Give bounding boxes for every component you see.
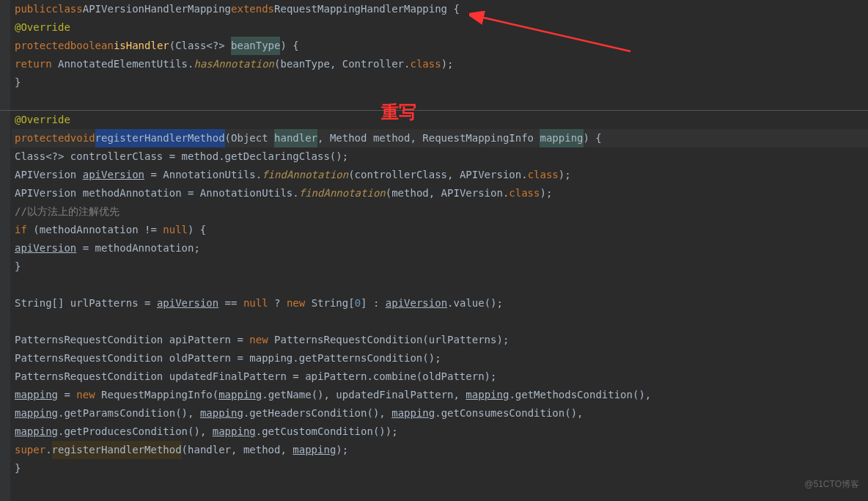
code-line[interactable]: protected boolean isHandler(Class<?> bea… bbox=[12, 37, 868, 55]
code-line[interactable]: mapping.getParamsCondition(), mapping.ge… bbox=[12, 404, 868, 423]
code-line[interactable]: String[] urlPatterns = apiVersion == nul… bbox=[12, 294, 868, 312]
code-line[interactable]: PatternsRequestCondition updatedFinalPat… bbox=[12, 367, 868, 386]
code-line[interactable]: } bbox=[12, 459, 868, 478]
code-line[interactable]: APIVersion methodAnnotation = Annotation… bbox=[12, 184, 868, 202]
code-line[interactable]: @Override bbox=[12, 111, 868, 129]
code-line[interactable]: mapping = new RequestMappingInfo(mapping… bbox=[12, 386, 868, 404]
code-line[interactable]: return AnnotatedElementUtils.hasAnnotati… bbox=[12, 55, 868, 73]
code-line[interactable]: super.registerHandlerMethod(handler, met… bbox=[12, 441, 868, 459]
code-line[interactable]: APIVersion apiVersion = AnnotationUtils.… bbox=[12, 166, 868, 184]
code-editor[interactable]: public class APIVersionHandlerMapping ex… bbox=[0, 0, 868, 478]
code-line[interactable]: if (methodAnnotation != null) { bbox=[12, 221, 868, 239]
code-line[interactable]: mapping.getProducesCondition(), mapping.… bbox=[12, 423, 868, 441]
watermark: @51CTO博客 bbox=[804, 475, 859, 494]
code-line[interactable]: PatternsRequestCondition apiPattern = ne… bbox=[12, 331, 868, 349]
code-line[interactable]: public class APIVersionHandlerMapping ex… bbox=[12, 0, 868, 18]
annotation-label: 重写 bbox=[381, 103, 416, 121]
code-line-active[interactable]: protected void registerHandlerMethod(Obj… bbox=[12, 129, 868, 147]
code-line[interactable]: Class<?> controllerClass = method.getDec… bbox=[12, 147, 868, 166]
code-line[interactable]: } bbox=[12, 73, 868, 92]
blank-line[interactable] bbox=[12, 276, 868, 294]
code-line[interactable]: PatternsRequestCondition oldPattern = ma… bbox=[12, 349, 868, 367]
blank-line[interactable] bbox=[12, 92, 868, 110]
code-line[interactable]: @Override bbox=[12, 18, 868, 37]
code-line[interactable]: } bbox=[12, 257, 868, 276]
blank-line[interactable] bbox=[12, 312, 868, 331]
code-line[interactable]: apiVersion = methodAnnotation; bbox=[12, 239, 868, 257]
code-line[interactable]: //以方法上的注解优先 bbox=[12, 202, 868, 221]
